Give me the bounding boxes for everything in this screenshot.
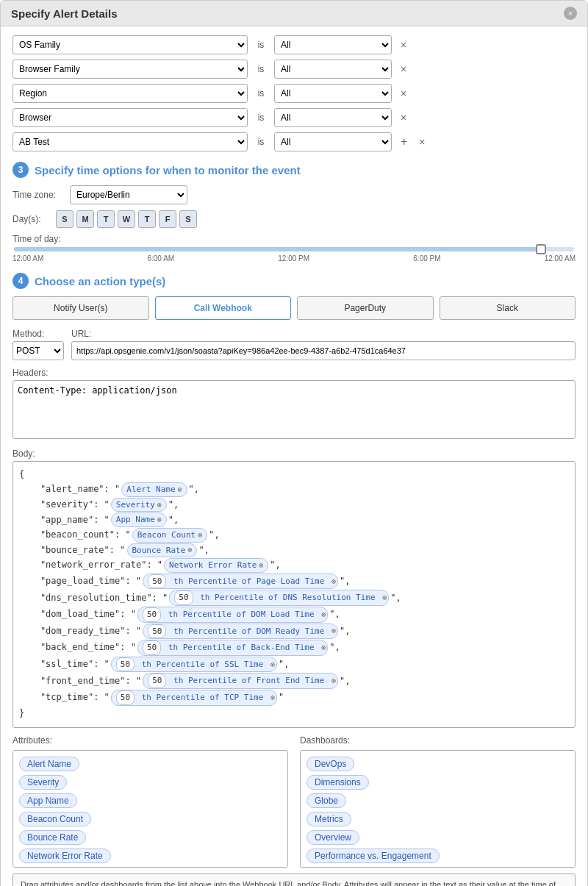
tag-ssl-time[interactable]: 50 th Percentile of SSL Time ⊗	[111, 657, 277, 673]
method-select[interactable]: POST GET PUT	[12, 341, 64, 360]
tag-alert-name[interactable]: Alert Name ⊗	[121, 482, 187, 497]
dash-tag-dimensions[interactable]: Dimensions	[306, 775, 369, 790]
filter-left-select-2[interactable]: Browser Family	[12, 60, 248, 79]
timezone-label: Time zone:	[12, 190, 64, 200]
info-box: Drag attributes and/or dashboards from t…	[12, 874, 576, 886]
day-btn-s2[interactable]: S	[179, 210, 197, 228]
attributes-dashboards-row: Attributes: Alert Name Severity App Name…	[12, 735, 576, 868]
day-btn-w[interactable]: W	[118, 210, 135, 228]
body-line-beacon-count: "beacon_count": " Beacon Count ⊗ ",	[19, 528, 569, 543]
day-btn-f[interactable]: F	[159, 210, 176, 228]
filter-right-select-3[interactable]: All	[274, 84, 392, 103]
filter-right-select-5[interactable]: All	[274, 132, 392, 151]
dash-tag-overview[interactable]: Overview	[306, 830, 359, 845]
attr-tag-severity[interactable]: Severity	[19, 775, 67, 790]
attr-tag-bounce-rate[interactable]: Bounce Rate	[19, 830, 86, 845]
filter-row-4: Browser is All ×	[12, 108, 576, 127]
days-label: Day(s):	[12, 214, 53, 224]
body-container: Body: { "alert_name": " Alert Name ⊗ ", …	[12, 449, 576, 728]
url-input[interactable]	[71, 341, 576, 360]
slider-thumb[interactable]	[536, 244, 546, 254]
slider-track	[14, 247, 574, 251]
method-url-row: Method: POST GET PUT URL:	[12, 329, 576, 360]
url-col: URL:	[71, 329, 576, 360]
tag-tcp-time[interactable]: 50 th Percentile of TCP Time ⊗	[111, 690, 277, 706]
attributes-list: Alert Name Severity App Name Beacon Coun…	[12, 750, 288, 868]
action-btn-webhook[interactable]: Call Webhook	[155, 296, 292, 320]
time-of-day-container: Time of day: 12:00 AM 6:00 AM 12:00 PM 6…	[12, 234, 576, 262]
headers-container: Headers: Content-Type: application/json	[12, 368, 576, 449]
filter-rows: OS Family is All × Browser Family is All…	[12, 35, 576, 151]
filter-is-3: is	[254, 88, 268, 99]
action-btn-pagerduty[interactable]: PagerDuty	[297, 296, 434, 320]
filter-row-2: Browser Family is All ×	[12, 60, 576, 79]
filter-is-1: is	[254, 40, 268, 50]
url-label: URL:	[71, 329, 576, 339]
filter-left-select-4[interactable]: Browser	[12, 108, 248, 127]
filter-remove-1[interactable]: ×	[398, 39, 409, 51]
day-btn-s1[interactable]: S	[56, 210, 74, 228]
tag-app-name[interactable]: App Name ⊗	[111, 512, 167, 527]
tag-bounce-rate[interactable]: Bounce Rate ⊗	[127, 543, 198, 558]
body-label: Body:	[12, 449, 576, 459]
body-line-tcp-time: "tcp_time": " 50 th Percentile of TCP Ti…	[19, 690, 569, 706]
action-btn-notify[interactable]: Notify User(s)	[12, 296, 149, 320]
headers-textarea[interactable]: Content-Type: application/json	[12, 380, 576, 439]
tag-front-end-time[interactable]: 50 th Percentile of Front End Time ⊗	[143, 673, 338, 689]
day-btn-m[interactable]: M	[76, 210, 94, 228]
time-label-3: 6:00 PM	[413, 254, 440, 262]
filter-remove-4[interactable]: ×	[398, 112, 409, 124]
day-btn-t1[interactable]: T	[97, 210, 115, 228]
tag-dns-resolution-time[interactable]: 50 th Percentile of DNS Resolution Time …	[169, 590, 389, 606]
tag-back-end-time[interactable]: 50 th Percentile of Back-End Time ⊗	[137, 640, 328, 656]
filter-is-2: is	[254, 64, 268, 74]
filter-row-3: Region is All ×	[12, 84, 576, 103]
filter-remove-2[interactable]: ×	[398, 63, 409, 75]
attr-tag-app-name[interactable]: App Name	[19, 793, 77, 808]
body-line-alert-name: "alert_name": " Alert Name ⊗ ",	[19, 482, 569, 497]
filter-remove-5[interactable]: ×	[416, 136, 428, 148]
dash-tag-devops[interactable]: DevOps	[306, 757, 354, 771]
tag-severity[interactable]: Severity ⊗	[111, 498, 167, 512]
attr-tag-beacon-count[interactable]: Beacon Count	[19, 812, 91, 826]
tag-dom-load-time[interactable]: 50 th Percentile of DOM Load Time ⊗	[137, 607, 328, 623]
dash-tag-performance-vs-engagement[interactable]: Performance vs. Engagement	[306, 849, 440, 863]
info-text: Drag attributes and/or dashboards from t…	[21, 880, 556, 886]
days-row: Day(s): S M T W T F S	[12, 210, 576, 228]
filter-right-select-1[interactable]: All	[274, 35, 392, 54]
filter-add-button[interactable]: +	[398, 135, 410, 149]
dash-tag-metrics[interactable]: Metrics	[306, 812, 351, 826]
tag-page-load-time[interactable]: 50 th Percentile of Page Load Time ⊗	[143, 574, 338, 590]
modal-close-button[interactable]: ×	[564, 7, 577, 20]
filter-left-select-1[interactable]: OS Family	[12, 35, 248, 54]
tag-dom-ready-time[interactable]: 50 th Percentile of DOM Ready Time ⊗	[143, 624, 338, 640]
attr-tag-alert-name[interactable]: Alert Name	[19, 757, 79, 771]
filter-is-5: is	[254, 137, 268, 147]
filter-left-select-5[interactable]: AB Test	[12, 132, 248, 151]
slider-container	[12, 247, 576, 251]
body-line-dns-resolution-time: "dns_resolution_time": " 50 th Percentil…	[19, 590, 569, 606]
dashboards-list: DevOps Dimensions Globe Metrics Overview…	[300, 750, 576, 868]
filter-left-select-3[interactable]: Region	[12, 84, 248, 103]
attributes-col: Attributes: Alert Name Severity App Name…	[12, 735, 288, 868]
filter-right-select-4[interactable]: All	[274, 108, 392, 127]
dash-tag-globe[interactable]: Globe	[306, 793, 346, 808]
attr-tag-bounce[interactable]: Bounce	[19, 867, 65, 868]
method-col: Method: POST GET PUT	[12, 329, 64, 360]
section3-number: 3	[12, 162, 29, 178]
slider-fill	[14, 247, 546, 251]
section4-title: Choose an action type(s)	[35, 275, 165, 287]
body-line-network-error-rate: "network_error_rate": " Network Error Ra…	[19, 558, 569, 573]
action-buttons-group: Notify User(s) Call Webhook PagerDuty Sl…	[12, 296, 576, 320]
filter-remove-3[interactable]: ×	[398, 87, 409, 99]
time-label-2: 12:00 PM	[278, 254, 309, 262]
filter-right-select-2[interactable]: All	[274, 60, 392, 79]
tag-beacon-count[interactable]: Beacon Count ⊗	[132, 528, 208, 543]
day-btn-t2[interactable]: T	[138, 210, 156, 228]
modal-container: Specify Alert Details × OS Family is All…	[0, 0, 588, 886]
timezone-select[interactable]: Europe/Berlin	[70, 185, 187, 204]
action-btn-slack[interactable]: Slack	[440, 296, 576, 320]
attr-tag-network-error-rate[interactable]: Network Error Rate	[19, 849, 111, 863]
slider-labels: 12:00 AM 6:00 AM 12:00 PM 6:00 PM 12:00 …	[12, 254, 576, 262]
tag-network-error-rate[interactable]: Network Error Rate ⊗	[164, 558, 268, 573]
